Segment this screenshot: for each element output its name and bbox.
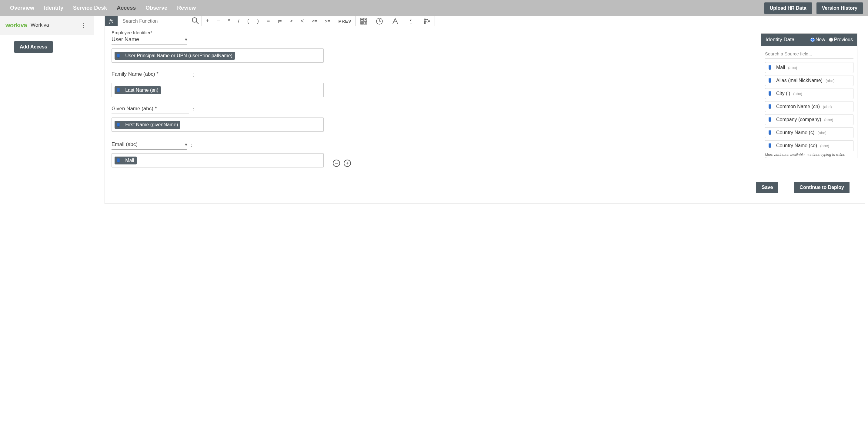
op-eq[interactable]: =	[263, 17, 274, 26]
search-icon[interactable]	[191, 17, 199, 26]
mapping-controls: − +	[333, 160, 858, 167]
info-icon[interactable]	[403, 17, 419, 26]
add-access-button[interactable]: Add Access	[14, 41, 53, 53]
op-gte[interactable]: >=	[321, 17, 334, 26]
op-lte[interactable]: <=	[308, 17, 321, 26]
source-icon	[768, 104, 773, 110]
source-icon	[768, 77, 773, 84]
app-name: Workiva	[31, 22, 49, 28]
chevron-down-icon: ▾	[185, 37, 187, 42]
source-item-name: Company (company)	[776, 117, 821, 122]
row-given-name: Given Name (abc) * : | First Name (given…	[112, 106, 858, 132]
nav-tab-observe[interactable]: Observe	[141, 0, 172, 16]
pill-divider: |	[122, 53, 124, 59]
main-content: fx + − * / ( ) = != > <	[94, 16, 868, 427]
identity-data-panel: Identity Data New Previous Mail(abc)Alia…	[761, 33, 858, 158]
op-prev[interactable]: PREV	[334, 17, 356, 26]
source-item-type: (abc)	[793, 92, 802, 96]
save-button[interactable]: Save	[756, 182, 778, 193]
op-rparen[interactable]: )	[253, 17, 263, 26]
pill-label: User Principal Name or UPN (userPrincipa…	[125, 53, 232, 59]
function-search[interactable]	[118, 16, 202, 26]
add-mapping-button[interactable]: +	[344, 160, 351, 167]
source-icon	[768, 117, 773, 123]
mapping-email[interactable]: | Mail	[112, 153, 324, 167]
more-menu-icon[interactable]: ⋮	[79, 20, 88, 30]
function-search-input[interactable]	[122, 19, 191, 24]
radio-new[interactable]: New	[810, 37, 825, 42]
remove-mapping-button[interactable]: −	[333, 160, 340, 167]
nav-tab-review[interactable]: Review	[172, 0, 200, 16]
fx-button[interactable]: fx	[105, 16, 118, 26]
continue-to-deploy-button[interactable]: Continue to Deploy	[794, 182, 849, 193]
source-item[interactable]: Country Name (c)(abc)	[765, 127, 854, 138]
source-item[interactable]: City (l)(abc)	[765, 88, 854, 99]
source-item-name: City (l)	[776, 91, 790, 96]
source-item-name: Alias (mailNickName)	[776, 78, 823, 83]
nav-tab-access[interactable]: Access	[112, 0, 141, 16]
pill-mail[interactable]: | Mail	[115, 157, 137, 164]
text-icon[interactable]	[387, 17, 403, 26]
nav-tab-identity[interactable]: Identity	[39, 0, 68, 16]
nav-tabs: Overview Identity Service Desk Access Ob…	[5, 0, 200, 16]
nav-tab-overview[interactable]: Overview	[5, 0, 39, 16]
op-multiply[interactable]: *	[224, 17, 234, 26]
source-item[interactable]: Mail(abc)	[765, 62, 854, 73]
pill-upn[interactable]: | User Principal Name or UPN (userPrinci…	[115, 52, 235, 60]
svg-point-23	[429, 21, 430, 22]
logic-icon[interactable]	[419, 17, 435, 26]
op-minus[interactable]: −	[213, 17, 224, 26]
svg-point-0	[192, 18, 197, 22]
mapping-family-name[interactable]: | Last Name (sn)	[112, 83, 324, 97]
op-divide[interactable]: /	[234, 17, 243, 26]
source-item[interactable]: Common Name (cn)(abc)	[765, 101, 854, 112]
svg-point-21	[424, 21, 426, 22]
svg-rect-27	[117, 123, 120, 126]
op-lparen[interactable]: (	[243, 17, 253, 26]
pill-divider: |	[122, 158, 124, 163]
nav-tab-service-desk[interactable]: Service Desk	[68, 0, 112, 16]
source-item-name: Mail	[776, 65, 785, 70]
colon: :	[192, 72, 194, 79]
source-list: Mail(abc)Alias (mailNickName)(abc)City (…	[765, 62, 854, 151]
svg-rect-29	[769, 65, 771, 69]
pill-last-name[interactable]: | Last Name (sn)	[115, 86, 161, 94]
upload-hr-data-button[interactable]: Upload HR Data	[764, 2, 812, 14]
mapping-employee-identifier[interactable]: | User Principal Name or UPN (userPrinci…	[112, 48, 324, 63]
top-nav: Overview Identity Service Desk Access Ob…	[0, 0, 868, 16]
op-lt[interactable]: <	[297, 17, 308, 26]
source-item-type: (abc)	[820, 143, 829, 148]
more-attributes-note: More attributes available, continue typi…	[765, 153, 854, 158]
source-icon	[116, 122, 121, 127]
select-value: User Name	[112, 36, 139, 43]
formula-bar: fx + − * / ( ) = != > <	[105, 16, 865, 26]
source-item[interactable]: Company (company)(abc)	[765, 114, 854, 125]
source-search-input[interactable]	[765, 50, 854, 59]
select-value: Email (abc)	[112, 141, 137, 147]
sidebar-app-row[interactable]: workiva Workiva ⋮	[0, 16, 94, 35]
clock-icon[interactable]	[372, 17, 387, 26]
operator-row: + − * / ( ) = != > < <= >= PREV	[202, 16, 356, 26]
svg-point-22	[424, 23, 426, 24]
radio-previous[interactable]: Previous	[829, 37, 853, 42]
mapping-given-name[interactable]: | First Name (givenName)	[112, 118, 324, 132]
calc-icon[interactable]	[356, 17, 372, 26]
source-item-type: (abc)	[788, 65, 797, 70]
source-item-type: (abc)	[824, 118, 833, 122]
svg-rect-26	[117, 88, 120, 92]
select-email[interactable]: Email (abc) ▾	[112, 140, 187, 150]
op-plus[interactable]: +	[202, 17, 213, 26]
colon: :	[192, 106, 194, 114]
op-neq[interactable]: !=	[274, 17, 286, 26]
version-history-button[interactable]: Version History	[816, 2, 863, 14]
op-gt[interactable]: >	[286, 17, 297, 26]
select-employee-identifier[interactable]: User Name ▾	[112, 35, 187, 45]
pill-first-name[interactable]: | First Name (givenName)	[115, 121, 180, 129]
source-item-type: (abc)	[823, 104, 832, 109]
source-item[interactable]: Country Name (co)(abc)	[765, 140, 854, 151]
identity-title: Identity Data	[766, 37, 794, 43]
source-icon	[768, 130, 773, 136]
source-item[interactable]: Alias (mailNickName)(abc)	[765, 75, 854, 86]
svg-line-1	[196, 22, 198, 24]
source-item-name: Common Name (cn)	[776, 104, 820, 109]
